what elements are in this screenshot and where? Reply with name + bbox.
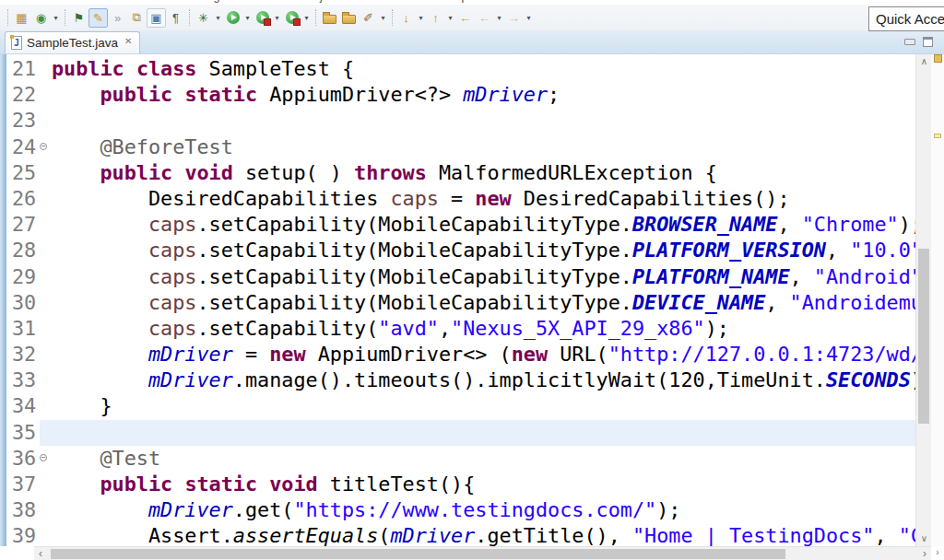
line-number[interactable]: 26 (6, 186, 40, 212)
menu-item[interactable]: Run (345, 0, 381, 3)
forward-icon[interactable]: → (504, 8, 524, 28)
line-body[interactable]: mDriver = new AppiumDriver<> (new URL("h… (40, 342, 931, 368)
launch-dropdown-icon[interactable]: ▾ (378, 14, 388, 22)
code-line[interactable]: 24 @BeforeTest (6, 134, 931, 160)
menu-item[interactable]: Search (243, 0, 295, 3)
line-number[interactable]: 35 (6, 420, 40, 446)
code-line[interactable]: 23 (6, 108, 931, 134)
code-editor[interactable]: 21public class SampleTest {22 public sta… (0, 54, 944, 560)
code-line[interactable]: 35 (6, 420, 931, 446)
code-line[interactable]: 21public class SampleTest { (6, 56, 931, 82)
new-wizard-dropdown-icon[interactable]: ▾ (51, 14, 61, 22)
scroll-down-icon[interactable]: ∨ (916, 532, 932, 545)
line-body[interactable]: public static void titleTest(){ (40, 472, 931, 497)
code-line[interactable]: 30 caps.setCapability(MobileCapabilityTy… (6, 290, 931, 316)
line-body[interactable]: caps.setCapability(MobileCapabilityType.… (40, 238, 931, 263)
import-icon[interactable]: ↓ (396, 8, 416, 28)
code-line[interactable]: 34 } (6, 393, 931, 419)
line-number[interactable]: 34 (6, 393, 40, 419)
line-body[interactable] (40, 108, 931, 134)
line-body[interactable]: caps.setCapability(MobileCapabilityType.… (40, 290, 931, 316)
line-body[interactable]: mDriver.get("https://www.testingdocs.com… (40, 497, 931, 523)
line-number[interactable]: 27 (6, 212, 40, 238)
line-number[interactable]: 36 (6, 446, 40, 472)
back-icon[interactable]: ← (475, 8, 494, 28)
profile-icon[interactable] (282, 8, 301, 28)
debug-dropdown-icon[interactable]: ▾ (213, 14, 223, 22)
run-dropdown-icon[interactable]: ▾ (242, 14, 253, 22)
menu-item[interactable]: Refactor (124, 0, 183, 3)
code-line[interactable]: 22 public static AppiumDriver<?> mDriver… (6, 82, 931, 108)
import-dropdown-icon[interactable]: ▾ (416, 14, 426, 22)
line-body[interactable]: mDriver.manage().timeouts().implicitlyWa… (40, 368, 931, 393)
line-body[interactable]: public static AppiumDriver<?> mDriver; (40, 82, 931, 108)
line-body[interactable]: DesiredCapabilities caps = new DesiredCa… (40, 186, 931, 212)
last-edit-location-icon[interactable]: ← (455, 8, 475, 28)
menu-item[interactable]: Navigate (183, 0, 243, 3)
menu-item[interactable]: Window (381, 0, 436, 3)
line-number[interactable]: 24 (6, 134, 40, 160)
fold-marker-icon[interactable] (40, 454, 47, 461)
line-number[interactable]: 38 (6, 497, 40, 523)
menu-item[interactable]: Project (295, 0, 346, 3)
menu-item[interactable]: File (6, 0, 39, 3)
code-line[interactable]: 28 caps.setCapability(MobileCapabilityTy… (6, 238, 931, 263)
line-body[interactable]: caps.setCapability(MobileCapabilityType.… (40, 264, 931, 290)
debug-icon[interactable]: ✳ (194, 8, 213, 28)
code-line[interactable]: 33 mDriver.manage().timeouts().implicitl… (6, 368, 931, 393)
code-line[interactable]: 31 caps.setCapability("avd","Nexus_5X_AP… (6, 316, 931, 342)
horizontal-scroll-thumb[interactable] (51, 549, 785, 559)
menu-item[interactable]: Help (437, 0, 476, 3)
mark-occurrences-icon[interactable]: ✎ (88, 8, 108, 28)
open-folder-icon[interactable] (339, 8, 359, 28)
code-line[interactable]: 27 caps.setCapability(MobileCapabilityTy… (6, 212, 931, 238)
back-dropdown-icon[interactable]: ▾ (494, 14, 504, 22)
scroll-right-icon[interactable]: › (918, 547, 931, 560)
line-number[interactable]: 37 (6, 472, 40, 497)
horizontal-scrollbar[interactable]: ‹ › (34, 546, 931, 560)
line-body[interactable]: @BeforeTest (40, 134, 931, 160)
code-line[interactable]: 38 mDriver.get("https://www.testingdocs.… (6, 497, 931, 523)
line-body[interactable]: @Test (40, 446, 931, 472)
line-number[interactable]: 22 (6, 82, 40, 108)
line-number[interactable]: 33 (6, 368, 40, 393)
line-body[interactable]: caps.setCapability(MobileCapabilityType.… (40, 212, 931, 238)
line-number[interactable]: 29 (6, 264, 40, 290)
line-number[interactable]: 32 (6, 342, 40, 368)
line-number[interactable]: 28 (6, 238, 40, 263)
fold-marker-icon[interactable] (40, 143, 47, 150)
scroll-up-icon[interactable]: ∧ (916, 55, 932, 68)
current-line-highlight[interactable] (40, 420, 931, 446)
overview-marker[interactable] (934, 134, 941, 138)
skip-breakpoints-icon[interactable]: » (108, 8, 127, 28)
quick-access-input[interactable]: Quick Access (868, 6, 944, 31)
line-number[interactable]: 31 (6, 316, 40, 342)
code-line[interactable]: 25 public void setup( ) throws Malformed… (6, 160, 931, 186)
forward-dropdown-icon[interactable]: ▾ (524, 14, 534, 22)
open-perspective-icon[interactable]: ◉ (31, 8, 51, 28)
coverage-dropdown-icon[interactable]: ▾ (272, 14, 282, 22)
tab-sampletest-java[interactable]: J SampleTest.java ✕ (5, 31, 140, 53)
run-icon[interactable] (223, 8, 242, 28)
line-body[interactable]: } (40, 393, 931, 419)
vertical-scrollbar[interactable]: ∧ ∨ (915, 54, 931, 546)
menu-item[interactable]: Edit (39, 0, 74, 3)
coverage-icon[interactable] (253, 8, 272, 28)
launch-icon[interactable]: ✐ (359, 8, 378, 28)
overview-marker[interactable] (934, 54, 942, 63)
annotations-icon[interactable]: ▣ (147, 8, 166, 28)
tab-close-icon[interactable]: ✕ (124, 36, 132, 46)
vertical-scroll-thumb[interactable] (918, 249, 929, 424)
code-line[interactable]: 36 @Test (6, 446, 931, 472)
show-whitespace-icon[interactable]: ¶ (166, 8, 185, 28)
export-icon[interactable]: ↑ (426, 8, 445, 28)
line-number[interactable]: 21 (6, 56, 40, 82)
line-body[interactable]: caps.setCapability("avd","Nexus_5X_API_2… (40, 316, 931, 342)
maximize-icon[interactable] (923, 37, 933, 47)
code-line[interactable]: 32 mDriver = new AppiumDriver<> (new URL… (6, 342, 931, 368)
line-body[interactable]: public class SampleTest { (40, 56, 931, 82)
line-number[interactable]: 25 (6, 160, 40, 186)
code-line[interactable]: 29 caps.setCapability(MobileCapabilityTy… (6, 264, 931, 290)
scroll-left-icon[interactable]: ‹ (34, 547, 47, 560)
templates-icon[interactable]: ⧉ (127, 8, 147, 28)
